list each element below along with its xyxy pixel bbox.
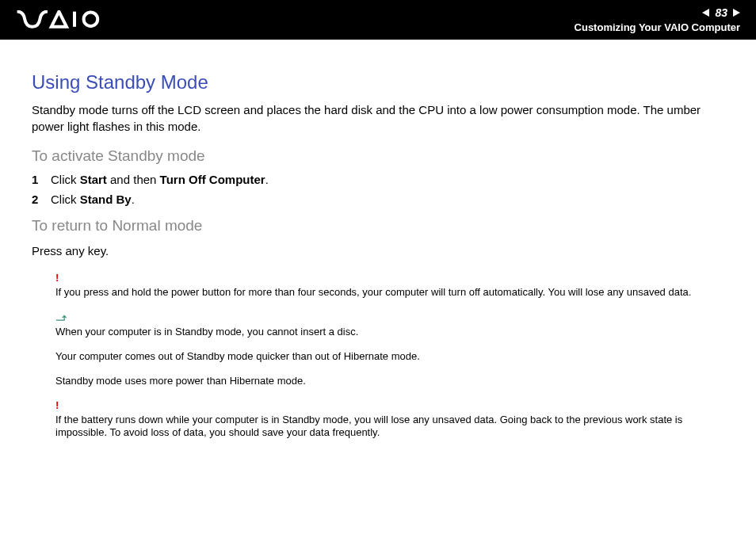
header-right: 83 Customizing Your VAIO Computer [575, 6, 740, 33]
note-text: Standby mode uses more power than Hibern… [55, 375, 306, 387]
page-nav: 83 [575, 6, 740, 20]
nav-prev-icon[interactable] [702, 9, 709, 17]
content: Using Standby Mode Standby mode turns of… [0, 40, 756, 467]
note-warning: ! If the battery runs down while your co… [55, 399, 732, 441]
step-text: Click Start and then Turn Off Computer. [51, 173, 732, 186]
warning-icon: ! [55, 399, 732, 413]
note-info: When your computer is in Standby mode, y… [55, 311, 732, 339]
nav-next-icon[interactable] [733, 9, 740, 17]
return-text: Press any key. [32, 242, 732, 259]
section-title: Customizing Your VAIO Computer [575, 21, 740, 34]
page-number: 83 [715, 6, 727, 20]
step-number: 1 [32, 173, 51, 186]
note-text: If you press and hold the power button f… [55, 286, 691, 298]
step-row: 1 Click Start and then Turn Off Computer… [32, 173, 732, 186]
activate-heading: To activate Standby mode [32, 147, 732, 165]
vaio-logo [16, 0, 117, 40]
svg-rect-0 [73, 12, 76, 27]
note-text: Your computer comes out of Standby mode … [55, 350, 420, 362]
note-warning: ! If you press and hold the power button… [55, 272, 732, 299]
notes: ! If you press and hold the power button… [55, 272, 732, 440]
activate-steps: 1 Click Start and then Turn Off Computer… [32, 173, 732, 206]
warning-icon: ! [55, 272, 732, 285]
step-row: 2 Click Stand By. [32, 193, 732, 206]
return-heading: To return to Normal mode [32, 217, 732, 235]
header-bar: 83 Customizing Your VAIO Computer [0, 0, 756, 40]
note-plain: Standby mode uses more power than Hibern… [55, 375, 732, 388]
info-icon [55, 311, 732, 325]
intro-text: Standby mode turns off the LCD screen an… [32, 101, 732, 135]
page-title: Using Standby Mode [32, 71, 732, 93]
svg-point-1 [84, 12, 98, 26]
note-text: If the battery runs down while your comp… [55, 414, 682, 439]
step-number: 2 [32, 193, 51, 206]
note-text: When your computer is in Standby mode, y… [55, 326, 358, 338]
note-plain: Your computer comes out of Standby mode … [55, 350, 732, 364]
step-text: Click Stand By. [51, 193, 732, 206]
